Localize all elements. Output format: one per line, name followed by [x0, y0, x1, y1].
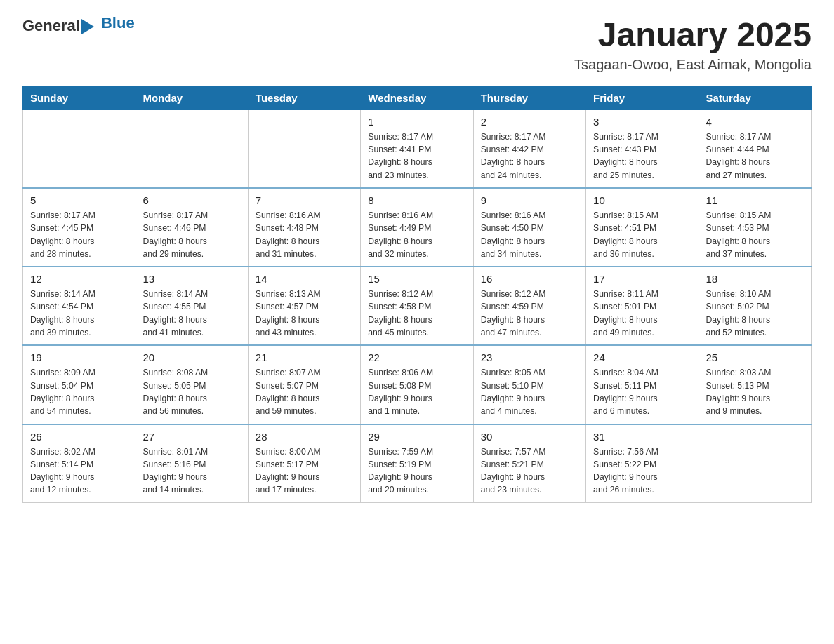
day-number: 23 — [481, 351, 578, 363]
calendar-day-cell: 29Sunrise: 7:59 AM Sunset: 5:19 PM Dayli… — [361, 424, 473, 503]
calendar-week-row: 26Sunrise: 8:02 AM Sunset: 5:14 PM Dayli… — [23, 424, 812, 503]
calendar-week-row: 19Sunrise: 8:09 AM Sunset: 5:04 PM Dayli… — [23, 345, 812, 424]
calendar-header-row: SundayMondayTuesdayWednesdayThursdayFrid… — [23, 86, 812, 109]
day-info: Sunrise: 8:13 AM Sunset: 4:57 PM Dayligh… — [256, 288, 353, 339]
day-number: 27 — [143, 431, 240, 443]
day-info: Sunrise: 8:14 AM Sunset: 4:54 PM Dayligh… — [30, 288, 128, 339]
day-number: 24 — [593, 351, 691, 363]
calendar-day-cell: 30Sunrise: 7:57 AM Sunset: 5:21 PM Dayli… — [473, 424, 585, 503]
calendar-day-cell: 22Sunrise: 8:06 AM Sunset: 5:08 PM Dayli… — [361, 345, 473, 424]
calendar-day-cell: 21Sunrise: 8:07 AM Sunset: 5:07 PM Dayli… — [248, 345, 360, 424]
day-info: Sunrise: 8:15 AM Sunset: 4:53 PM Dayligh… — [706, 209, 804, 260]
page-header: General Blue January 2025 Tsagaan-Owoo, … — [22, 17, 812, 73]
weekday-header-friday: Friday — [586, 86, 699, 109]
calendar-day-cell — [248, 109, 360, 188]
calendar-day-cell: 31Sunrise: 7:56 AM Sunset: 5:22 PM Dayli… — [586, 424, 699, 503]
day-number: 18 — [706, 273, 804, 285]
day-number: 17 — [593, 273, 691, 285]
logo-general: General — [22, 17, 80, 35]
day-number: 29 — [368, 431, 465, 443]
logo-triangle-icon — [81, 19, 94, 34]
day-info: Sunrise: 8:17 AM Sunset: 4:42 PM Dayligh… — [481, 130, 578, 182]
calendar-day-cell: 16Sunrise: 8:12 AM Sunset: 4:59 PM Dayli… — [473, 267, 585, 345]
day-number: 31 — [593, 431, 691, 443]
day-info: Sunrise: 8:16 AM Sunset: 4:49 PM Dayligh… — [368, 209, 465, 260]
calendar-day-cell: 10Sunrise: 8:15 AM Sunset: 4:51 PM Dayli… — [586, 188, 699, 267]
day-number: 13 — [143, 273, 240, 285]
day-info: Sunrise: 8:17 AM Sunset: 4:41 PM Dayligh… — [368, 130, 465, 182]
day-info: Sunrise: 8:03 AM Sunset: 5:13 PM Dayligh… — [706, 366, 804, 417]
calendar-day-cell: 20Sunrise: 8:08 AM Sunset: 5:05 PM Dayli… — [135, 345, 248, 424]
logo: General Blue — [22, 17, 135, 35]
day-info: Sunrise: 8:08 AM Sunset: 5:05 PM Dayligh… — [143, 366, 240, 417]
day-info: Sunrise: 8:01 AM Sunset: 5:16 PM Dayligh… — [143, 445, 240, 497]
calendar-day-cell: 1Sunrise: 8:17 AM Sunset: 4:41 PM Daylig… — [361, 109, 473, 188]
day-number: 22 — [368, 351, 465, 363]
day-info: Sunrise: 8:06 AM Sunset: 5:08 PM Dayligh… — [368, 366, 465, 417]
day-info: Sunrise: 8:12 AM Sunset: 4:58 PM Dayligh… — [368, 288, 465, 339]
calendar-day-cell: 18Sunrise: 8:10 AM Sunset: 5:02 PM Dayli… — [699, 267, 811, 345]
day-info: Sunrise: 7:57 AM Sunset: 5:21 PM Dayligh… — [481, 445, 578, 497]
day-number: 3 — [593, 116, 691, 128]
day-number: 20 — [143, 351, 240, 363]
calendar-day-cell: 7Sunrise: 8:16 AM Sunset: 4:48 PM Daylig… — [248, 188, 360, 267]
day-number: 30 — [481, 431, 578, 443]
day-info: Sunrise: 8:00 AM Sunset: 5:17 PM Dayligh… — [256, 445, 353, 497]
day-info: Sunrise: 7:59 AM Sunset: 5:19 PM Dayligh… — [368, 445, 465, 497]
day-number: 21 — [256, 351, 353, 363]
day-info: Sunrise: 8:17 AM Sunset: 4:43 PM Dayligh… — [593, 130, 691, 182]
calendar-week-row: 5Sunrise: 8:17 AM Sunset: 4:45 PM Daylig… — [23, 188, 812, 267]
day-number: 16 — [481, 273, 578, 285]
calendar-day-cell: 11Sunrise: 8:15 AM Sunset: 4:53 PM Dayli… — [699, 188, 811, 267]
logo-blue: Blue — [101, 14, 135, 32]
calendar-day-cell: 14Sunrise: 8:13 AM Sunset: 4:57 PM Dayli… — [248, 267, 360, 345]
day-info: Sunrise: 8:12 AM Sunset: 4:59 PM Dayligh… — [481, 288, 578, 339]
day-number: 15 — [368, 273, 465, 285]
day-number: 4 — [706, 116, 804, 128]
calendar-day-cell: 17Sunrise: 8:11 AM Sunset: 5:01 PM Dayli… — [586, 267, 699, 345]
calendar-day-cell: 3Sunrise: 8:17 AM Sunset: 4:43 PM Daylig… — [586, 109, 699, 188]
day-info: Sunrise: 8:16 AM Sunset: 4:50 PM Dayligh… — [481, 209, 578, 260]
calendar-day-cell: 2Sunrise: 8:17 AM Sunset: 4:42 PM Daylig… — [473, 109, 585, 188]
day-number: 5 — [30, 194, 128, 206]
weekday-header-thursday: Thursday — [473, 86, 585, 109]
calendar-day-cell: 19Sunrise: 8:09 AM Sunset: 5:04 PM Dayli… — [23, 345, 135, 424]
svg-marker-0 — [81, 19, 94, 34]
location-title: Tsagaan-Owoo, East Aimak, Mongolia — [574, 57, 812, 73]
weekday-header-wednesday: Wednesday — [361, 86, 473, 109]
day-number: 14 — [256, 273, 353, 285]
weekday-header-tuesday: Tuesday — [248, 86, 360, 109]
weekday-header-sunday: Sunday — [23, 86, 135, 109]
day-info: Sunrise: 8:09 AM Sunset: 5:04 PM Dayligh… — [30, 366, 128, 417]
calendar-day-cell — [23, 109, 135, 188]
calendar-day-cell: 26Sunrise: 8:02 AM Sunset: 5:14 PM Dayli… — [23, 424, 135, 503]
calendar-day-cell: 8Sunrise: 8:16 AM Sunset: 4:49 PM Daylig… — [361, 188, 473, 267]
day-number: 19 — [30, 351, 128, 363]
day-info: Sunrise: 8:02 AM Sunset: 5:14 PM Dayligh… — [30, 445, 128, 497]
day-number: 11 — [706, 194, 804, 206]
calendar-day-cell: 12Sunrise: 8:14 AM Sunset: 4:54 PM Dayli… — [23, 267, 135, 345]
day-info: Sunrise: 8:10 AM Sunset: 5:02 PM Dayligh… — [706, 288, 804, 339]
day-info: Sunrise: 8:04 AM Sunset: 5:11 PM Dayligh… — [593, 366, 691, 417]
weekday-header-saturday: Saturday — [699, 86, 811, 109]
calendar-day-cell: 23Sunrise: 8:05 AM Sunset: 5:10 PM Dayli… — [473, 345, 585, 424]
day-info: Sunrise: 8:11 AM Sunset: 5:01 PM Dayligh… — [593, 288, 691, 339]
title-block: January 2025 Tsagaan-Owoo, East Aimak, M… — [574, 17, 812, 73]
day-number: 9 — [481, 194, 578, 206]
calendar-day-cell: 13Sunrise: 8:14 AM Sunset: 4:55 PM Dayli… — [135, 267, 248, 345]
day-number: 12 — [30, 273, 128, 285]
weekday-header-monday: Monday — [135, 86, 248, 109]
calendar-day-cell: 28Sunrise: 8:00 AM Sunset: 5:17 PM Dayli… — [248, 424, 360, 503]
day-number: 1 — [368, 116, 465, 128]
day-number: 7 — [256, 194, 353, 206]
calendar-day-cell: 15Sunrise: 8:12 AM Sunset: 4:58 PM Dayli… — [361, 267, 473, 345]
calendar-day-cell — [699, 424, 811, 503]
calendar-day-cell: 27Sunrise: 8:01 AM Sunset: 5:16 PM Dayli… — [135, 424, 248, 503]
day-number: 6 — [143, 194, 240, 206]
calendar-day-cell: 25Sunrise: 8:03 AM Sunset: 5:13 PM Dayli… — [699, 345, 811, 424]
day-info: Sunrise: 8:17 AM Sunset: 4:44 PM Dayligh… — [706, 130, 804, 182]
day-info: Sunrise: 8:16 AM Sunset: 4:48 PM Dayligh… — [256, 209, 353, 260]
calendar-day-cell: 4Sunrise: 8:17 AM Sunset: 4:44 PM Daylig… — [699, 109, 811, 188]
calendar-week-row: 1Sunrise: 8:17 AM Sunset: 4:41 PM Daylig… — [23, 109, 812, 188]
day-number: 10 — [593, 194, 691, 206]
